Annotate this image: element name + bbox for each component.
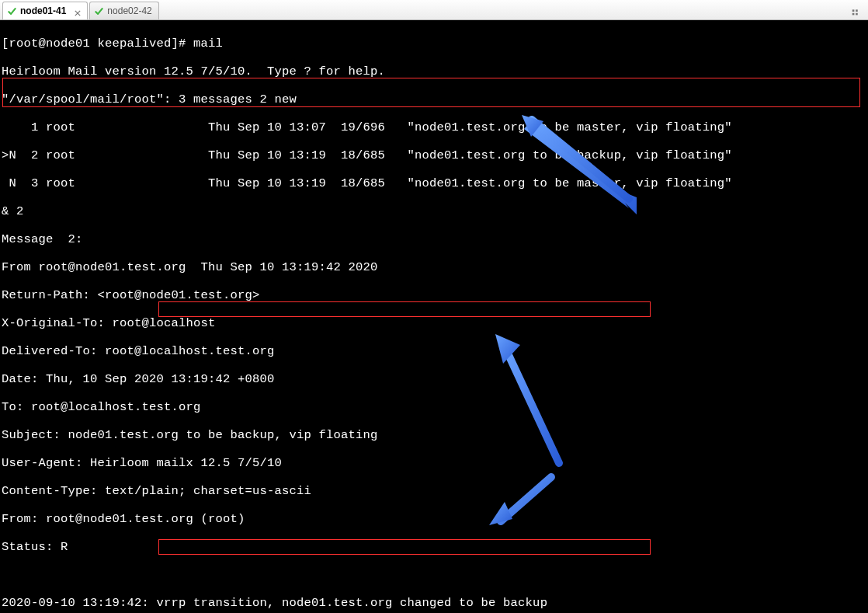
mail-prompt: & 2 bbox=[2, 204, 866, 218]
mail-list-row: >N 2 root Thu Sep 10 13:19 18/685 "node0… bbox=[2, 148, 866, 162]
overflow-icon[interactable] bbox=[849, 4, 863, 19]
msg-header: Delivered-To: root@localhost.test.org bbox=[2, 344, 866, 358]
blank-line bbox=[2, 568, 866, 582]
svg-rect-1 bbox=[852, 13, 855, 16]
msg-header: Subject: node01.test.org to be backup, v… bbox=[2, 428, 866, 442]
check-icon bbox=[8, 7, 16, 16]
tab-label: node02-42 bbox=[107, 5, 151, 16]
msg-header: From root@node01.test.org Thu Sep 10 13:… bbox=[2, 260, 866, 274]
tab-bar: node01-41 node02-42 bbox=[0, 0, 868, 20]
svg-rect-3 bbox=[856, 13, 858, 16]
msg-header: From: root@node01.test.org (root) bbox=[2, 512, 866, 526]
shell-prompt: [root@node01 keepalived]# bbox=[2, 37, 193, 51]
terminal[interactable]: [root@node01 keepalived]# mail Heirloom … bbox=[0, 20, 868, 613]
mail-list-row: N 3 root Thu Sep 10 13:19 18/685 "node01… bbox=[2, 176, 866, 190]
msg-header: Return-Path: <root@node01.test.org> bbox=[2, 288, 866, 302]
command: mail bbox=[193, 37, 223, 51]
mail-summary: "/var/spool/mail/root": 3 messages 2 new bbox=[2, 92, 866, 106]
check-icon bbox=[95, 7, 103, 16]
tab-node02[interactable]: node02-42 bbox=[89, 2, 158, 19]
msg-header: User-Agent: Heirloom mailx 12.5 7/5/10 bbox=[2, 456, 866, 470]
msg-body-ts: 2020-09-10 13:19:42: bbox=[2, 596, 157, 610]
tab-label: node01-41 bbox=[20, 5, 66, 16]
mail-list-row: 1 root Thu Sep 10 13:07 19/696 "node01.t… bbox=[2, 120, 866, 134]
msg-title: Message 2: bbox=[2, 232, 866, 246]
svg-rect-0 bbox=[852, 9, 855, 12]
msg-header: Status: R bbox=[2, 540, 866, 554]
svg-rect-2 bbox=[856, 9, 858, 12]
annotation-box bbox=[158, 301, 651, 317]
msg-header: To: root@localhost.test.org bbox=[2, 400, 866, 414]
close-icon[interactable] bbox=[75, 8, 81, 14]
msg-body: vrrp transition, node01.test.org changed… bbox=[157, 596, 548, 610]
msg-header: Date: Thu, 10 Sep 2020 13:19:42 +0800 bbox=[2, 372, 866, 386]
msg-header: X-Original-To: root@localhost bbox=[2, 316, 866, 330]
msg-header: Content-Type: text/plain; charset=us-asc… bbox=[2, 484, 866, 498]
tab-node01[interactable]: node01-41 bbox=[2, 2, 88, 19]
mail-banner: Heirloom Mail version 12.5 7/5/10. Type … bbox=[2, 64, 866, 78]
